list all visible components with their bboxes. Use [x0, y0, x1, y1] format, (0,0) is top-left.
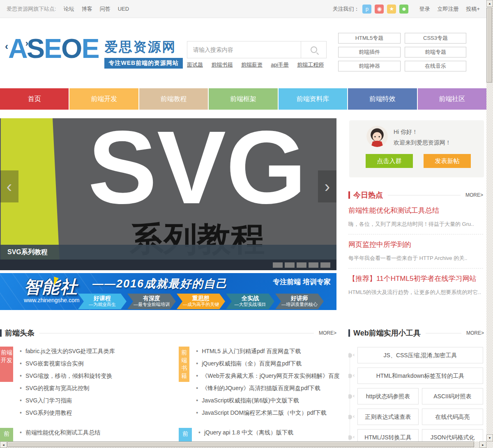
nav-frameworks[interactable]: 前端框架 — [209, 88, 277, 110]
headline-item[interactable]: SVG的视窗与宽高比控制 — [20, 382, 169, 394]
headline-item[interactable]: HTML5 从入门到精通pdf 百度网盘下载 — [196, 345, 340, 357]
horizontal-scrollbar[interactable]: ◄ ► — [0, 441, 486, 448]
headline-item[interactable]: SVG系列使用教程 — [20, 407, 169, 419]
carousel-dot[interactable] — [320, 262, 330, 268]
vertical-scroll-thumb[interactable] — [486, 8, 492, 83]
vertical-scrollbar[interactable]: ▲ ▼ — [486, 0, 493, 441]
section-line — [388, 195, 461, 195]
scroll-left-button[interactable]: ◄ — [0, 441, 7, 448]
article-desc: 嗨，各位，又到了周末总结时间！得益于大量的 Gru.. — [348, 221, 483, 228]
headlines-more-link[interactable]: MORE> — [319, 330, 336, 336]
section-line — [426, 333, 461, 333]
wechat-icon[interactable]: ☻ — [399, 5, 408, 14]
chevron-left-icon: ‹ — [353, 372, 355, 378]
site-link-ued[interactable]: UED — [118, 6, 129, 12]
scroll-down-button[interactable]: ▼ — [486, 434, 493, 441]
new-post-button[interactable]: 发表新帖 — [424, 154, 471, 168]
ad-banner[interactable]: 智能社 www.zhinengshe.com ——2016成就最好的自己 专注前… — [0, 273, 336, 310]
section-bar — [348, 329, 350, 337]
carousel-next-arrow[interactable]: › — [318, 170, 336, 202]
headline-item[interactable]: 前端性能优化和测试工具总结 — [20, 426, 169, 439]
search-input[interactable] — [187, 41, 301, 58]
tool-row: ‹ HTML/JS转换工具 JSON代码格式化 — [348, 429, 483, 441]
chevron-left-icon: ‹ — [353, 352, 355, 358]
headline-item[interactable]: 《Web开发典藏大系：jQuery网页开发实例精解》百度 — [196, 370, 340, 382]
tools-more-link[interactable]: MORE> — [466, 330, 484, 336]
hot-link-salary[interactable]: 前端薪资 — [241, 62, 263, 68]
topic-html5[interactable]: HTML5专题 — [338, 33, 401, 44]
nav-resources[interactable]: 前端资料库 — [279, 88, 347, 110]
hot-today-more-link[interactable]: MORE> — [465, 192, 483, 198]
user-panel: Hi 你好！ 欢迎来到爱思资源网！ 点击入群 发表新帖 — [349, 120, 484, 177]
horizontal-scroll-thumb[interactable] — [7, 441, 474, 447]
headline-item[interactable]: fabric.js之强大的SVG处理工具类库 — [20, 345, 169, 357]
headlines-column-left: 前端开发 fabric.js之强大的SVG处理工具类库 SVG嵌套视窗综合实例 … — [0, 345, 169, 448]
tool-highlight[interactable]: 在线代码高亮 — [422, 409, 483, 425]
hot-link-interview[interactable]: 面试题 — [187, 62, 203, 68]
headlines-header: 前端头条 MORE> — [0, 328, 336, 338]
slide-title: SVG — [74, 118, 320, 222]
tool-html-js-convert[interactable]: HTML/JS转换工具 — [357, 429, 419, 441]
tencent-weibo-icon[interactable]: p — [362, 5, 371, 14]
topic-music[interactable]: 在线音乐 — [405, 61, 466, 71]
tool-json-format[interactable]: JSON代码格式化 — [422, 429, 483, 441]
carousel-dots — [0, 260, 336, 270]
nav-effects[interactable]: 前端特效 — [348, 88, 417, 110]
nav-community[interactable]: 前端社区 — [418, 88, 486, 110]
feature-course: 好课程—为就业而生 — [78, 294, 127, 309]
submit-post-link[interactable]: 投稿+ — [466, 5, 480, 13]
tool-ascii[interactable]: ASCII码对照表 — [422, 388, 483, 404]
section-bar — [348, 191, 350, 199]
register-link[interactable]: 立即注册 — [437, 5, 458, 13]
article-title[interactable]: 【推荐】11个HTML5初学者在线学习网站 — [348, 274, 483, 283]
carousel-prev-arrow[interactable]: ‹ — [0, 170, 18, 202]
carousel-dot[interactable] — [285, 262, 295, 268]
topic-css3[interactable]: CSS3专题 — [405, 33, 466, 44]
headline-item[interactable]: JavaScript权威指南(第6版)中文版下载 — [196, 394, 340, 407]
search-button[interactable] — [301, 41, 326, 58]
site-link-blog[interactable]: 博客 — [82, 5, 92, 13]
headline-item[interactable]: SVG嵌套视窗综合实例 — [20, 357, 169, 370]
nav-home[interactable]: 首页 — [0, 88, 69, 110]
headline-item[interactable]: JavaScript DOM编程艺术第二版（中文）pdf下载 — [196, 407, 340, 419]
headline-item[interactable]: SVG入门学习指南 — [20, 394, 169, 407]
join-group-button[interactable]: 点击入群 — [366, 154, 413, 168]
hot-link-engineer[interactable]: 前端工程师 — [297, 62, 324, 68]
topic-plugins[interactable]: 前端插件 — [338, 47, 401, 57]
topic-tools[interactable]: 前端神器 — [338, 61, 401, 71]
nav-tutorials[interactable]: 前端教程 — [139, 88, 208, 110]
tool-regex[interactable]: 正则表达式速查表 — [357, 409, 419, 425]
follow-us-label: 关注我们： — [332, 5, 359, 13]
scroll-up-button[interactable]: ▲ — [486, 0, 493, 7]
login-link[interactable]: 登录 — [419, 5, 430, 13]
hot-link-books[interactable]: 前端书籍 — [211, 62, 233, 68]
scroll-right-button[interactable]: ► — [479, 441, 486, 448]
topic-specials[interactable]: 前端专题 — [405, 47, 466, 57]
carousel-dot[interactable] — [309, 262, 318, 268]
article-title[interactable]: 网页监控中所学到的 — [348, 240, 483, 249]
headline-item[interactable]: 《锋利的JQuery》高清扫描版百度网盘pdf下载 — [196, 382, 340, 394]
nav-dev[interactable]: 前端开发 — [69, 88, 138, 110]
timeline-dot-icon — [348, 415, 352, 419]
carousel-dot[interactable] — [297, 262, 306, 268]
search-icon — [311, 46, 317, 53]
hot-link-api[interactable]: api手册 — [271, 62, 288, 68]
site-logo[interactable]: ‹ A›SEOE 爱思资源网 专注WEB前端的资源网站 — [5, 35, 183, 69]
tool-http-status[interactable]: http状态码参照表 — [357, 388, 419, 404]
logo-site-name: 爱思资源网 — [104, 39, 176, 54]
headline-item[interactable]: jQuery权威指南（全）百度网盘pdf下载 — [196, 357, 340, 370]
headline-item[interactable]: jQuery api 1.8 中文（离线）版下载 — [198, 426, 340, 439]
headline-item[interactable]: SVG缩放，移动，倾斜和旋转变换 — [20, 370, 169, 382]
user-greeting: Hi 你好！ — [394, 129, 418, 136]
site-header: ‹ A›SEOE 爱思资源网 专注WEB前端的资源网站 面试题 前端书籍 前端薪… — [0, 18, 486, 88]
site-link-qa[interactable]: 问答 — [100, 5, 111, 13]
tool-html-markdown[interactable]: HTML和markdown标签互转的工具 — [357, 368, 483, 384]
slide-caption: SVG系列教程 — [0, 245, 336, 260]
site-link-forum[interactable]: 论坛 — [64, 5, 74, 13]
sina-weibo-icon[interactable]: ◉ — [375, 5, 384, 14]
qzone-icon[interactable]: ★ — [387, 5, 396, 14]
tool-js-css-minify[interactable]: JS、CSS压缩,混淆,加密工具 — [357, 347, 483, 363]
carousel-dot[interactable] — [273, 262, 283, 268]
article-title[interactable]: 前端性能优化和测试工具总结 — [348, 206, 483, 215]
hot-today-header: 今日热点 MORE> — [348, 190, 483, 200]
